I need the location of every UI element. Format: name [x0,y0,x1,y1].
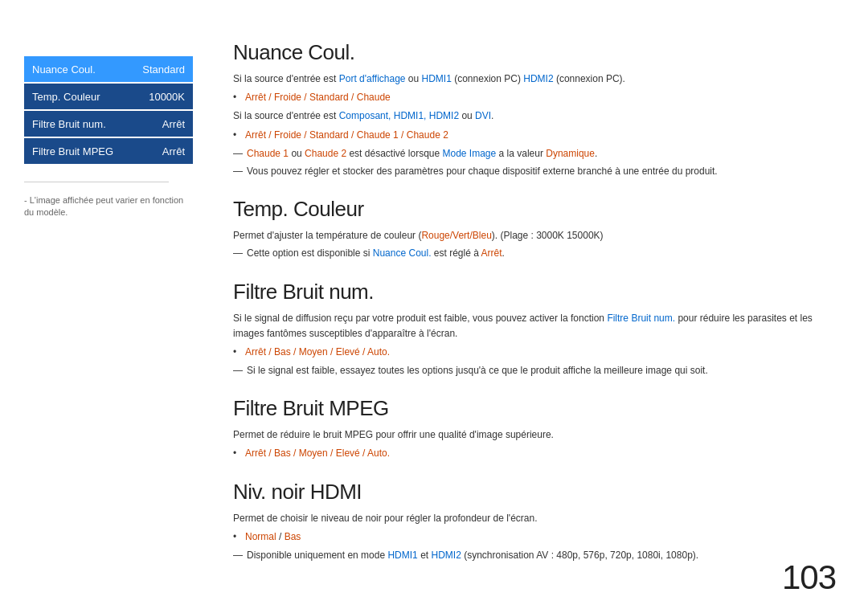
note-nuance-2: Vous pouvez régler et stocker des paramè… [233,164,828,179]
note-niv-1: Disponible uniquement en mode HDMI1 et H… [233,548,828,563]
title-niv-noir-hdmi: Niv. noir HDMI [233,480,828,505]
menu-label-nuance: Nuance Coul. [32,63,96,76]
section-nuance-coul: Nuance Coul. Si la source d'entrée est P… [233,40,828,179]
menu-value-filtre-mpeg: Arrêt [162,145,185,157]
main-content: Nuance Coul. Si la source d'entrée est P… [209,32,868,581]
menu-row-nuance[interactable]: Nuance Coul. Standard [24,56,193,82]
body-filtre-bruit-num: Si le signal de diffusion reçu par votre… [233,311,828,379]
sidebar-note: - L'image affichée peut varier en foncti… [24,194,193,219]
section-filtre-bruit-mpeg: Filtre Bruit MPEG Permet de réduire le b… [233,396,828,461]
menu-label-filtre-mpeg: Filtre Bruit MPEG [32,145,113,157]
menu-value-temp: 10000K [149,91,185,103]
menu-row-temp[interactable]: Temp. Couleur 10000K [24,84,193,109]
menu-row-filtre-mpeg[interactable]: Filtre Bruit MPEG Arrêt [24,138,193,164]
title-nuance-coul: Nuance Coul. [233,40,828,65]
body-filtre-bruit-mpeg: Permet de réduire le bruit MPEG pour off… [233,427,828,461]
sidebar-divider [24,182,169,182]
page-number: 103 [782,558,836,597]
title-filtre-bruit-mpeg: Filtre Bruit MPEG [233,396,828,421]
note-nuance-1: Chaude 1 ou Chaude 2 est désactivé lorsq… [233,146,828,161]
body-nuance-coul: Si la source d'entrée est Port d'afficha… [233,72,828,179]
note-temp-1: Cette option est disponible si Nuance Co… [233,246,828,261]
note-filtre-num-1: Si le signal est faible, essayez toutes … [233,363,828,378]
section-filtre-bruit-num: Filtre Bruit num. Si le signal de diffus… [233,280,828,379]
section-temp-couleur: Temp. Couleur Permet d'ajuster la tempér… [233,197,828,261]
section-niv-noir-hdmi: Niv. noir HDMI Permet de choisir le nive… [233,480,828,564]
body-niv-noir-hdmi: Permet de choisir le niveau de noir pour… [233,511,828,564]
menu-table: Nuance Coul. Standard Temp. Couleur 1000… [24,56,193,166]
title-temp-couleur: Temp. Couleur [233,197,828,222]
menu-row-filtre-num[interactable]: Filtre Bruit num. Arrêt [24,111,193,137]
menu-value-filtre-num: Arrêt [162,118,185,130]
menu-value-nuance: Standard [142,63,185,76]
menu-label-temp: Temp. Couleur [32,91,100,103]
menu-label-filtre-num: Filtre Bruit num. [32,118,106,130]
body-temp-couleur: Permet d'ajuster la température de coule… [233,228,828,261]
title-filtre-bruit-num: Filtre Bruit num. [233,280,828,304]
sidebar: Nuance Coul. Standard Temp. Couleur 1000… [0,32,209,581]
